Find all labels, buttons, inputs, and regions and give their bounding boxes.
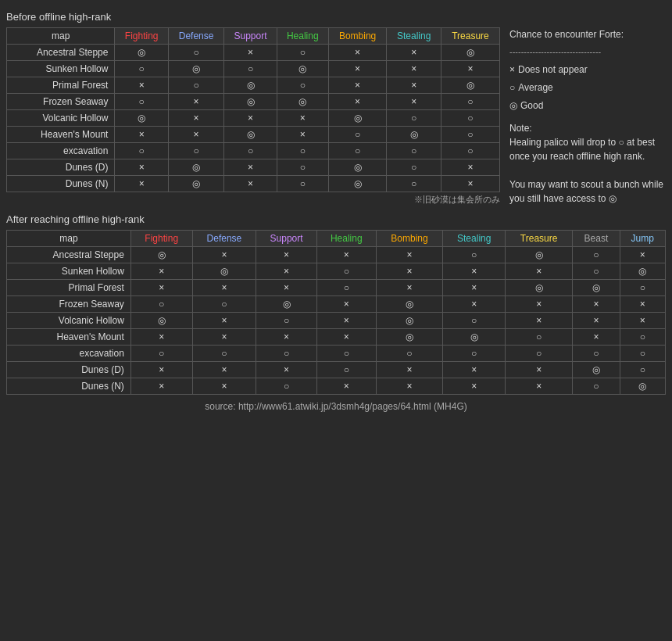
map-name-cell: excavation [7,143,115,159]
data-cell: × [573,313,620,329]
data-cell: ○ [256,378,317,395]
data-cell: ○ [387,110,441,127]
data-cell: × [224,159,277,176]
section1-title: Before offline high-rank [6,11,666,23]
data-cell: ◎ [328,110,387,127]
data-cell: ○ [277,77,328,94]
data-cell: × [573,296,620,313]
data-cell: × [441,159,499,176]
data-cell: × [168,94,223,110]
data-cell: × [192,329,256,346]
data-cell: ○ [620,329,665,346]
data-cell: ◎ [224,94,277,110]
data-cell: ○ [115,61,169,77]
map-name-cell: Ancestral Steppe [7,45,115,61]
data-cell: ○ [316,280,376,296]
data-cell: ○ [316,362,376,378]
data-cell: × [573,329,620,346]
data-cell: ◎ [130,313,192,329]
data-cell: × [192,280,256,296]
map-name-cell: Dunes (D) [7,362,131,378]
map-name-cell: Primal Forest [7,280,131,296]
map-name-cell: Dunes (N) [7,176,115,192]
data-cell: ○ [620,280,665,296]
table2-area: map Fighting Defense Support Healing Bom… [6,230,666,395]
data-cell: ○ [441,143,499,159]
data-cell: ○ [130,346,192,362]
data-cell: × [130,362,192,378]
data-cell: ○ [256,313,317,329]
map-name-cell: Sunken Hollow [7,61,115,77]
data-cell: ○ [443,313,506,329]
data-cell: × [620,247,665,263]
data-cell: × [506,362,573,378]
data-cell: × [168,110,223,127]
section2-title: After reaching offline high-rank [6,213,666,225]
col2-treasure-header: Treasure [506,231,573,247]
data-cell: ○ [316,346,376,362]
data-cell: ◎ [573,280,620,296]
data-cell: ○ [620,362,665,378]
data-cell: ○ [277,45,328,61]
data-cell: ○ [168,77,223,94]
data-cell: × [376,263,443,280]
data-cell: ○ [316,263,376,280]
data-cell: ○ [376,346,443,362]
table-row: Ancestral Steppe◎○×○××◎ [7,45,500,61]
legend-no-symbol: × [509,63,515,77]
data-cell: ○ [441,110,499,127]
col2-fighting-header: Fighting [130,231,192,247]
col2-map-header: map [7,231,131,247]
legend-dashes: -------------------------------- [509,45,666,59]
data-cell: ○ [443,346,506,362]
data-cell: ◎ [506,247,573,263]
source-text: source: http://www61.atwiki.jp/3dsmh4g/p… [6,401,666,412]
data-cell: ○ [573,263,620,280]
data-cell: × [115,127,169,143]
legend-no-label: Does not appear [518,63,588,77]
data-cell: ◎ [224,127,277,143]
table-row: excavation○○○○○○○ [7,143,500,159]
map-name-cell: Dunes (N) [7,378,131,395]
data-cell: × [316,313,376,329]
col-defense-header: Defense [168,28,223,45]
data-cell: × [224,176,277,192]
data-cell: × [506,263,573,280]
data-cell: × [256,247,317,263]
data-cell: × [376,362,443,378]
table-row: Volcanic Hollow◎×○×◎○××× [7,313,666,329]
data-cell: × [192,313,256,329]
legend-item-avg: ○ Average [509,81,666,95]
data-cell: × [443,296,506,313]
data-cell: ○ [256,346,317,362]
table-row: Volcanic Hollow◎×××◎○○ [7,110,500,127]
col-treasure-header: Treasure [441,28,499,45]
table-row: Ancestral Steppe◎××××○◎○× [7,247,666,263]
table-row: Sunken Hollow○◎○◎××× [7,61,500,77]
data-cell: × [316,329,376,346]
col-bombing-header: Bombing [328,28,387,45]
data-cell: ○ [130,296,192,313]
data-cell: ◎ [387,127,441,143]
data-cell: ◎ [277,94,328,110]
data-cell: ○ [224,143,277,159]
data-cell: × [115,77,169,94]
data-cell: ◎ [115,110,169,127]
data-cell: ◎ [376,313,443,329]
col2-bombing-header: Bombing [376,231,443,247]
data-cell: ○ [387,159,441,176]
data-cell: × [387,61,441,77]
table-row: Dunes (N)×◎×○◎○× [7,176,500,192]
data-cell: ◎ [168,176,223,192]
data-cell: ◎ [441,77,499,94]
col2-stealing-header: Stealing [443,231,506,247]
data-cell: ○ [328,127,387,143]
data-cell: × [256,329,317,346]
table-row: Dunes (N)××○××××○◎ [7,378,666,395]
data-cell: ○ [115,94,169,110]
data-cell: ○ [115,143,169,159]
map-name-cell: Heaven's Mount [7,329,131,346]
data-cell: × [387,94,441,110]
data-cell: × [130,263,192,280]
data-cell: × [443,378,506,395]
